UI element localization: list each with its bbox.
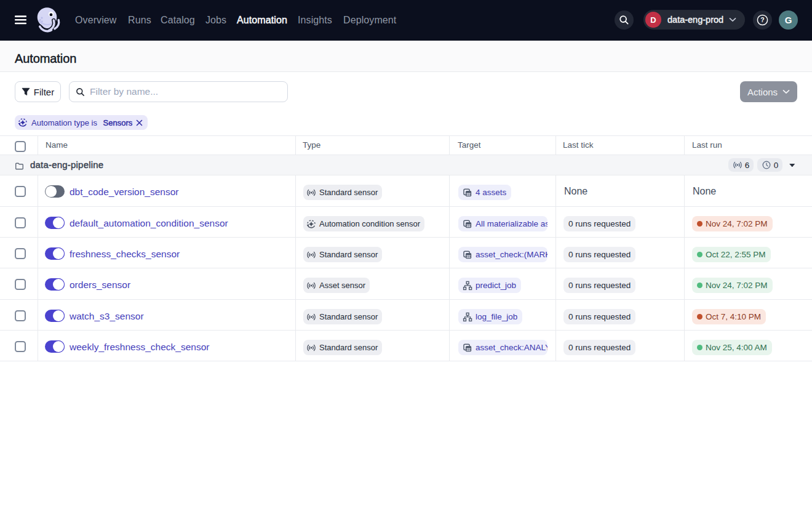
svg-text:?: ? [760,16,764,23]
